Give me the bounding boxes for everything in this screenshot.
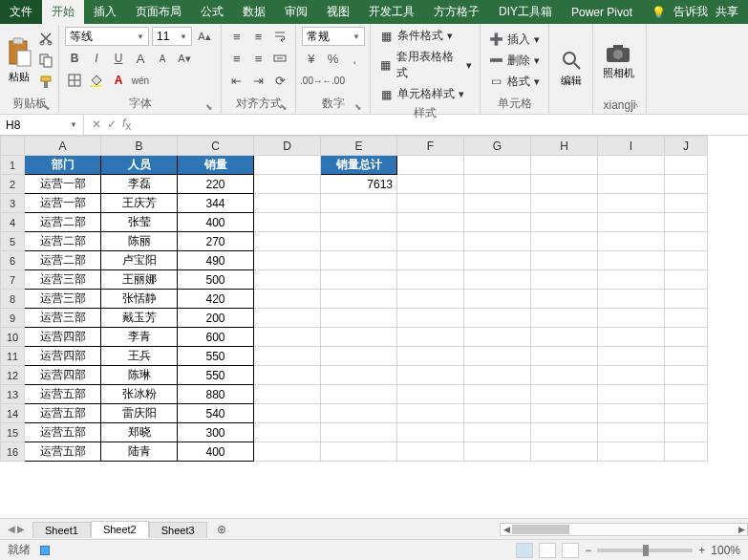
- cell-I6[interactable]: [598, 251, 665, 270]
- cell-E7[interactable]: [321, 270, 397, 290]
- indent-inc-button[interactable]: ⇥: [249, 71, 268, 90]
- cell-H13[interactable]: [531, 385, 598, 404]
- col-header-H[interactable]: H: [531, 137, 598, 156]
- cell-C15[interactable]: 300: [178, 423, 254, 442]
- cell-E9[interactable]: [321, 309, 397, 328]
- cell-A13[interactable]: 运营五部: [25, 385, 101, 404]
- cell-C1[interactable]: 销量: [178, 156, 254, 175]
- cell-C14[interactable]: 540: [178, 404, 254, 423]
- cell-E16[interactable]: [321, 442, 397, 462]
- number-format-select[interactable]: 常规▼: [302, 27, 365, 46]
- cell-F13[interactable]: [397, 385, 464, 404]
- cell-C10[interactable]: 600: [178, 328, 254, 347]
- cell-J13[interactable]: [665, 385, 708, 404]
- cell-I7[interactable]: [598, 270, 665, 290]
- cell-G13[interactable]: [464, 385, 531, 404]
- table-format-button[interactable]: ▦套用表格格式 ▾: [376, 48, 474, 82]
- cell-G12[interactable]: [464, 366, 531, 385]
- ribbon-collapse[interactable]: ^: [634, 102, 638, 112]
- cell-E13[interactable]: [321, 385, 397, 404]
- cut-button[interactable]: [36, 29, 55, 48]
- cell-G11[interactable]: [464, 347, 531, 366]
- cell-B8[interactable]: 张恬静: [101, 290, 178, 309]
- cell-H11[interactable]: [531, 347, 598, 366]
- col-header-C[interactable]: C: [178, 137, 254, 156]
- cell-B12[interactable]: 陈琳: [101, 366, 178, 385]
- cell-C12[interactable]: 550: [178, 366, 254, 385]
- decrease-font-button[interactable]: A▾: [175, 49, 194, 68]
- col-header-G[interactable]: G: [464, 137, 531, 156]
- cell-H7[interactable]: [531, 270, 598, 290]
- cell-H5[interactable]: [531, 232, 598, 251]
- cell-F4[interactable]: [397, 213, 464, 232]
- cell-I1[interactable]: [598, 156, 665, 175]
- cell-A12[interactable]: 运营四部: [25, 366, 101, 385]
- enter-formula-button[interactable]: ✓: [107, 118, 117, 131]
- cell-A14[interactable]: 运营五部: [25, 404, 101, 423]
- cell-E5[interactable]: [321, 232, 397, 251]
- cell-F8[interactable]: [397, 290, 464, 309]
- cell-B6[interactable]: 卢宝阳: [101, 251, 178, 270]
- format-cells-button[interactable]: ▭格式 ▾: [486, 73, 543, 91]
- name-box[interactable]: H8▼: [0, 115, 84, 135]
- cell-D1[interactable]: [254, 156, 321, 175]
- cell-A4[interactable]: 运营二部: [25, 213, 101, 232]
- cell-J4[interactable]: [665, 213, 708, 232]
- h-scroll-thumb[interactable]: [512, 525, 569, 534]
- sheet-tab-1[interactable]: Sheet1: [32, 522, 91, 538]
- cell-J16[interactable]: [665, 442, 708, 462]
- cell-E10[interactable]: [321, 328, 397, 347]
- tab-diy[interactable]: DIY工具箱: [489, 0, 562, 24]
- cell-G10[interactable]: [464, 328, 531, 347]
- cell-E1[interactable]: 销量总计: [321, 156, 397, 175]
- paste-button[interactable]: 粘贴: [6, 27, 32, 94]
- cell-J14[interactable]: [665, 404, 708, 423]
- format-painter-button[interactable]: [36, 73, 55, 92]
- tab-ffgz[interactable]: 方方格子: [424, 0, 489, 24]
- border-button[interactable]: [65, 71, 84, 90]
- cell-B9[interactable]: 戴玉芳: [101, 309, 178, 328]
- cell-D4[interactable]: [254, 213, 321, 232]
- cell-F9[interactable]: [397, 309, 464, 328]
- macro-record-icon[interactable]: [40, 546, 50, 555]
- cell-F7[interactable]: [397, 270, 464, 290]
- cell-B5[interactable]: 陈丽: [101, 232, 178, 251]
- wrap-text-button[interactable]: [270, 27, 289, 46]
- col-header-I[interactable]: I: [598, 137, 665, 156]
- cell-F16[interactable]: [397, 442, 464, 462]
- delete-cells-button[interactable]: ➖删除 ▾: [486, 52, 543, 70]
- cell-D16[interactable]: [254, 442, 321, 462]
- cell-A9[interactable]: 运营三部: [25, 309, 101, 328]
- cell-I9[interactable]: [598, 309, 665, 328]
- font-size-down-button[interactable]: A: [153, 49, 172, 68]
- zoom-slider[interactable]: [597, 549, 693, 552]
- cell-B3[interactable]: 王庆芳: [101, 194, 178, 213]
- tab-formula[interactable]: 公式: [191, 0, 233, 24]
- add-sheet-button[interactable]: ⊕: [207, 523, 236, 536]
- fx-button[interactable]: fx: [122, 117, 131, 133]
- cell-A7[interactable]: 运营三部: [25, 270, 101, 290]
- cell-H15[interactable]: [531, 423, 598, 442]
- cell-A8[interactable]: 运营三部: [25, 290, 101, 309]
- tellme-link[interactable]: 告诉我: [673, 4, 708, 20]
- cell-C5[interactable]: 270: [178, 232, 254, 251]
- cell-B14[interactable]: 雷庆阳: [101, 404, 178, 423]
- cell-J2[interactable]: [665, 175, 708, 194]
- h-scrollbar[interactable]: ◀ ▶: [500, 523, 748, 536]
- sheet-tab-3[interactable]: Sheet3: [149, 522, 207, 538]
- cell-E8[interactable]: [321, 290, 397, 309]
- col-header-B[interactable]: B: [101, 137, 178, 156]
- cell-D14[interactable]: [254, 404, 321, 423]
- cell-H10[interactable]: [531, 328, 598, 347]
- copy-button[interactable]: [36, 51, 55, 70]
- font-size-select[interactable]: 11▼: [152, 27, 192, 46]
- cell-D9[interactable]: [254, 309, 321, 328]
- cell-B2[interactable]: 李磊: [101, 175, 178, 194]
- increase-font-button[interactable]: A▴: [195, 27, 214, 46]
- cell-A15[interactable]: 运营五部: [25, 423, 101, 442]
- tab-home[interactable]: 开始: [42, 0, 84, 24]
- zoom-level[interactable]: 100%: [711, 544, 740, 557]
- cell-A10[interactable]: 运营四部: [25, 328, 101, 347]
- cell-F15[interactable]: [397, 423, 464, 442]
- row-header-5[interactable]: 5: [1, 232, 25, 251]
